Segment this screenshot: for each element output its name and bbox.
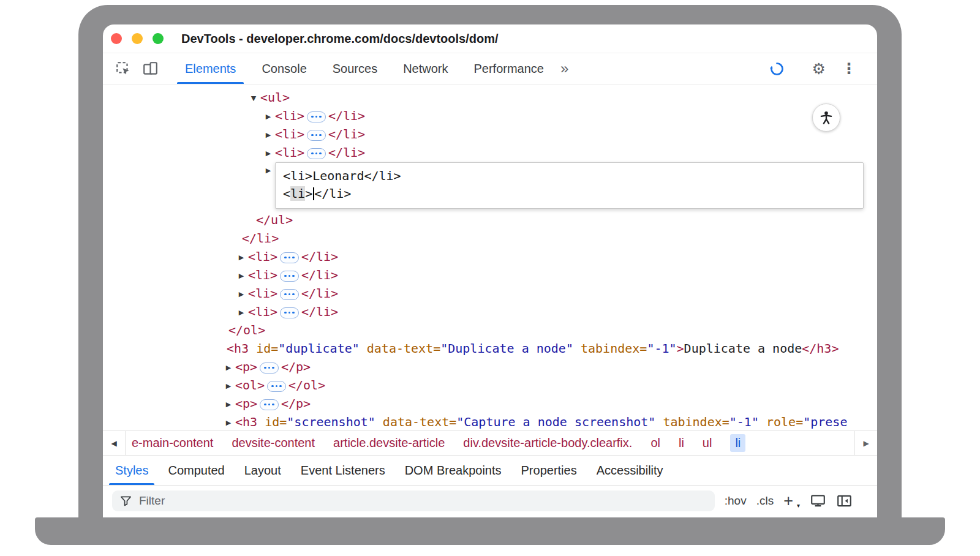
- inline-expand-button[interactable]: [280, 252, 299, 263]
- collapse-arrow-icon[interactable]: ▼: [247, 89, 260, 108]
- inline-expand-button[interactable]: [260, 363, 279, 374]
- inline-expand-button[interactable]: [307, 111, 326, 122]
- more-tabs-button[interactable]: »: [560, 61, 568, 76]
- dom-node-row[interactable]: ▶<li></li>: [103, 107, 877, 125]
- breadcrumb-scroll-left-button[interactable]: ◀: [103, 431, 126, 455]
- dom-node-row[interactable]: ▶<li></li>: [103, 143, 877, 162]
- close-window-button[interactable]: [111, 33, 122, 44]
- selected-text: li: [290, 186, 305, 201]
- tab-network[interactable]: Network: [390, 53, 461, 84]
- toggle-pseudo-state-button[interactable]: :hov: [725, 494, 747, 508]
- inline-expand-button[interactable]: [280, 307, 299, 318]
- filter-input[interactable]: [138, 494, 707, 508]
- rendering-monitor-icon[interactable]: [810, 493, 826, 509]
- panel-tab-computed[interactable]: Computed: [158, 456, 234, 485]
- breadcrumb-scroll-right-button[interactable]: ▶: [854, 431, 877, 455]
- settings-gear-icon[interactable]: ⚙: [812, 61, 826, 77]
- kebab-menu-icon[interactable]: ⋮: [842, 61, 856, 76]
- expand-arrow-icon[interactable]: ▶: [262, 162, 275, 180]
- breadcrumb-item[interactable]: ul: [703, 436, 712, 450]
- breadcrumb-item[interactable]: article.devsite-article: [333, 436, 445, 450]
- breadcrumb: e-main-contentdevsite-contentarticle.dev…: [126, 434, 854, 452]
- panel-tab-styles[interactable]: Styles: [105, 456, 158, 485]
- panel-tab-properties[interactable]: Properties: [511, 456, 587, 485]
- code-token: <ol>: [235, 378, 265, 393]
- inspect-element-icon[interactable]: [115, 61, 131, 77]
- tab-elements[interactable]: Elements: [172, 53, 249, 84]
- dom-node-row[interactable]: ▶<li></li>: [103, 284, 877, 302]
- window-titlebar: DevTools - developer.chrome.com/docs/dev…: [103, 24, 877, 53]
- dom-node-row[interactable]: </li>: [103, 229, 877, 247]
- code-token: <p>: [235, 359, 257, 374]
- tab-sources[interactable]: Sources: [320, 53, 390, 84]
- inline-expand-button[interactable]: [307, 148, 326, 159]
- code-token: <li>: [248, 268, 277, 282]
- panel-tab-accessibility[interactable]: Accessibility: [587, 456, 673, 485]
- inline-expand-button[interactable]: [280, 271, 299, 282]
- toggle-sidebar-icon[interactable]: [836, 493, 853, 509]
- toggle-class-button[interactable]: .cls: [756, 494, 774, 508]
- dom-node-row[interactable]: ▶<li></li>: [103, 266, 877, 284]
- dom-node-row[interactable]: </ol>: [103, 321, 877, 339]
- new-style-rule-caret-icon[interactable]: ▾: [797, 502, 800, 509]
- panel-tab-event-listeners[interactable]: Event Listeners: [291, 456, 395, 485]
- dom-node-row[interactable]: ▶<li></li>: [103, 302, 877, 321]
- minimize-window-button[interactable]: [132, 33, 143, 44]
- filter-input-pill[interactable]: [112, 490, 715, 511]
- expand-arrow-icon[interactable]: ▶: [222, 359, 235, 377]
- dom-node-row[interactable]: ▼<ul>: [103, 88, 877, 107]
- sync-circle-icon[interactable]: [769, 61, 785, 77]
- dom-node-row[interactable]: ▶<ol></ol>: [103, 376, 877, 394]
- code-token: "Capture a node screenshot": [456, 415, 655, 429]
- dom-node-row[interactable]: <h3 id="duplicate" data-text="Duplicate …: [103, 339, 877, 358]
- new-style-rule-button[interactable]: +: [783, 493, 793, 509]
- dom-node-row[interactable]: ▶<li></li>: [103, 247, 877, 266]
- code-token: "-1": [647, 341, 676, 356]
- html-edit-textbox[interactable]: <li>Leonard</li><li></li>: [275, 162, 864, 209]
- expand-arrow-icon[interactable]: ▶: [262, 145, 275, 163]
- code-token: </li>: [328, 108, 365, 123]
- inline-expand-button[interactable]: [307, 130, 326, 141]
- inline-expand-button[interactable]: [280, 289, 299, 300]
- expand-arrow-icon[interactable]: ▶: [262, 126, 275, 145]
- expand-arrow-icon[interactable]: ▶: [235, 267, 248, 285]
- expand-arrow-icon[interactable]: ▶: [222, 414, 235, 431]
- device-base: [35, 517, 945, 545]
- expand-arrow-icon[interactable]: ▶: [235, 285, 248, 304]
- breadcrumb-item[interactable]: li: [679, 436, 684, 450]
- dom-tree: ▼<ul>▶<li></li>▶<li></li>▶<li></li>▶<li>…: [103, 85, 877, 430]
- code-token: <li>: [275, 108, 304, 123]
- dom-node-row[interactable]: ▶<p></p>: [103, 394, 877, 413]
- code-token: </li>: [301, 249, 338, 264]
- tab-performance[interactable]: Performance: [461, 53, 557, 84]
- page: DevTools - developer.chrome.com/docs/dev…: [0, 0, 980, 556]
- expand-arrow-icon[interactable]: ▶: [222, 396, 235, 414]
- dom-node-row[interactable]: ▶<h3 id="screenshot" data-text="Capture …: [103, 413, 877, 430]
- accessibility-button[interactable]: [812, 103, 840, 132]
- code-token: tabindex=: [655, 415, 729, 429]
- code-token: <p>: [235, 396, 257, 411]
- expand-arrow-icon[interactable]: ▶: [235, 304, 248, 322]
- expand-arrow-icon[interactable]: ▶: [262, 108, 275, 126]
- inline-expand-button[interactable]: [267, 381, 286, 392]
- dom-edit-row[interactable]: ▶<li>Leonard</li><li></li>: [103, 162, 877, 211]
- breadcrumb-item[interactable]: li: [730, 434, 745, 452]
- device-toolbar-icon[interactable]: [142, 61, 159, 77]
- zoom-window-button[interactable]: [153, 33, 164, 44]
- breadcrumb-item[interactable]: e-main-content: [132, 436, 213, 450]
- breadcrumb-item[interactable]: div.devsite-article-body.clearfix.: [463, 436, 632, 450]
- inline-expand-button[interactable]: [260, 399, 279, 410]
- dom-node-row[interactable]: ▶<p></p>: [103, 358, 877, 376]
- tab-console[interactable]: Console: [249, 53, 319, 84]
- breadcrumb-item[interactable]: devsite-content: [232, 436, 315, 450]
- code-token: <h3: [227, 341, 249, 356]
- dom-node-row[interactable]: ▶<li></li>: [103, 125, 877, 143]
- dom-node-row[interactable]: </ul>: [103, 211, 877, 229]
- panel-tab-layout[interactable]: Layout: [235, 456, 291, 485]
- expand-arrow-icon[interactable]: ▶: [235, 249, 248, 267]
- panel-tab-dom-breakpoints[interactable]: DOM Breakpoints: [395, 456, 511, 485]
- code-token: <li>: [248, 249, 277, 264]
- window-title: DevTools - developer.chrome.com/docs/dev…: [181, 32, 499, 46]
- breadcrumb-item[interactable]: ol: [650, 436, 660, 450]
- expand-arrow-icon[interactable]: ▶: [222, 377, 235, 396]
